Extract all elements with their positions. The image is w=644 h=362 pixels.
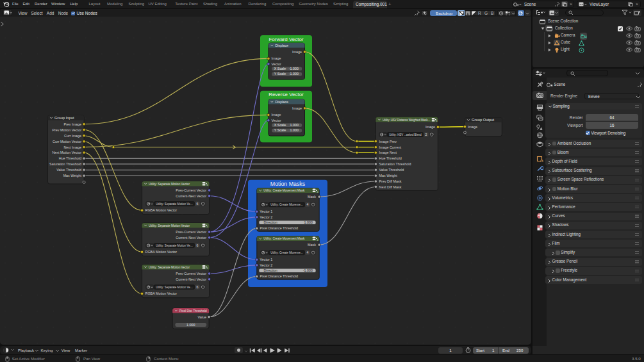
- svg-text:Utility: Separate Motion Vecto: Utility: Separate Motion Vector: [149, 182, 190, 186]
- svg-text:Current-Next Vector: Current-Next Vector: [176, 194, 206, 198]
- svg-text:Vector 2: Vector 2: [260, 263, 273, 267]
- svg-text:Curr Image: Curr Image: [64, 134, 81, 138]
- svg-text:Utility: Create Movement Mask: Utility: Create Movement Mask: [263, 236, 304, 240]
- svg-text:Reverse Vector: Reverse Vector: [268, 92, 304, 97]
- svg-text:X Scale: X Scale: [274, 123, 286, 127]
- svg-text:Image Next: Image Next: [379, 151, 397, 154]
- svg-text:Vector 2: Vector 2: [260, 215, 273, 219]
- svg-text:Utility: Create Moveme...: Utility: Create Moveme...: [270, 251, 303, 254]
- svg-text:Next Image: Next Image: [63, 145, 81, 149]
- svg-text:Max Weight: Max Weight: [63, 174, 82, 177]
- svg-text:Image: Image: [468, 125, 477, 129]
- svg-text:Image: Image: [272, 113, 281, 117]
- svg-text:Direction: Direction: [264, 220, 277, 224]
- svg-text:Motion Masks: Motion Masks: [270, 181, 306, 187]
- svg-text:Value Threshold: Value Threshold: [56, 168, 81, 172]
- svg-text:Next Motion Vector: Next Motion Vector: [52, 151, 81, 154]
- svg-text:Displace: Displace: [275, 100, 288, 104]
- svg-text:Prev Image: Prev Image: [63, 122, 81, 126]
- svg-text:Y Scale: Y Scale: [274, 72, 286, 76]
- svg-text:Vector: Vector: [272, 119, 281, 122]
- svg-text:4: 4: [206, 267, 208, 270]
- svg-text:Hue Threshold: Hue Threshold: [59, 156, 81, 160]
- svg-text:Vector 1: Vector 1: [260, 210, 273, 213]
- svg-text:Value: Value: [198, 315, 206, 319]
- svg-text:Image: Image: [425, 125, 435, 129]
- svg-text:Current-Next Vector: Current-Next Vector: [176, 236, 206, 240]
- svg-text:Value Threshold: Value Threshold: [379, 168, 404, 172]
- svg-text:Direction: Direction: [264, 268, 277, 272]
- svg-text:Image Current: Image Current: [379, 145, 402, 149]
- svg-text:4: 4: [317, 191, 318, 193]
- svg-text:Utility: Separate Motion Ve...: Utility: Separate Motion Ve...: [156, 285, 193, 289]
- svg-text:Saturation Threshold: Saturation Threshold: [49, 162, 81, 166]
- svg-text:RGBA Motion Vector: RGBA Motion Vector: [145, 208, 178, 212]
- svg-text:Prev-Current Vector: Prev-Current Vector: [176, 188, 206, 192]
- svg-text:Prev-Current Vector: Prev-Current Vector: [176, 272, 206, 276]
- svg-text:Mask: Mask: [308, 195, 316, 199]
- svg-text:-1.000: -1.000: [289, 67, 299, 70]
- svg-text:1.000: 1.000: [290, 123, 299, 127]
- svg-text:Forward Vector: Forward Vector: [268, 37, 304, 42]
- svg-text:Utility: HSV ...asked Blend: Utility: HSV ...asked Blend: [389, 133, 422, 136]
- svg-text:Utility: HSV Distance Weighted: Utility: HSV Distance Weighted Mask...: [383, 118, 430, 122]
- svg-text:Vector: Vector: [272, 62, 281, 66]
- svg-text:Prev Motion Vector: Prev Motion Vector: [52, 128, 81, 132]
- svg-text:Image Prev: Image Prev: [379, 140, 397, 144]
- svg-text:Utility: Separate Motion Vecto: Utility: Separate Motion Vector: [149, 224, 190, 227]
- svg-text:Prev Diff Mask: Prev Diff Mask: [379, 179, 402, 183]
- svg-text:4: 4: [317, 239, 318, 242]
- svg-text:Hue Threshold: Hue Threshold: [379, 156, 402, 160]
- svg-text:Image: Image: [272, 56, 281, 60]
- svg-text:Prev-Current Vector: Prev-Current Vector: [176, 230, 206, 234]
- svg-text:Curr Motion Vector: Curr Motion Vector: [53, 140, 81, 144]
- svg-text:1.000: 1.000: [186, 323, 195, 327]
- svg-text:Utility: Separate Motion Ve...: Utility: Separate Motion Ve...: [156, 202, 193, 206]
- svg-text:Utility: Separate Motion Ve...: Utility: Separate Motion Ve...: [156, 243, 193, 247]
- svg-text:Displace: Displace: [275, 44, 288, 47]
- svg-text:Image: Image: [292, 106, 302, 110]
- svg-text:1.000: 1.000: [290, 128, 299, 132]
- svg-text:4: 4: [206, 184, 208, 186]
- svg-text:X Scale: X Scale: [274, 67, 286, 70]
- svg-text:Pixel Distance Threshold: Pixel Distance Threshold: [260, 274, 299, 278]
- svg-text:Vector 1: Vector 1: [260, 258, 273, 261]
- svg-text:Mask: Mask: [308, 243, 316, 247]
- svg-text:Y Scale: Y Scale: [274, 128, 286, 132]
- svg-text:Saturation Threshold: Saturation Threshold: [379, 162, 411, 166]
- svg-text:4: 4: [436, 120, 437, 122]
- svg-text:Pixel Distance Threshold: Pixel Distance Threshold: [260, 226, 299, 230]
- svg-text:1.000: 1.000: [304, 220, 313, 224]
- svg-text:Image: Image: [292, 50, 302, 54]
- svg-text:Current-Next Vector: Current-Next Vector: [176, 277, 206, 281]
- svg-text:Max Weight: Max Weight: [379, 174, 398, 177]
- svg-text:4: 4: [306, 202, 308, 206]
- svg-text:4: 4: [306, 251, 308, 254]
- svg-text:RGBA Motion Vector: RGBA Motion Vector: [145, 292, 178, 295]
- svg-text:6: 6: [196, 243, 198, 247]
- svg-text:RGBA Motion Vector: RGBA Motion Vector: [145, 250, 178, 254]
- svg-text:Utility: Separate Motion Vecto: Utility: Separate Motion Vector: [149, 265, 190, 269]
- svg-text:Group Input: Group Input: [54, 116, 74, 120]
- svg-text:-1.000: -1.000: [303, 268, 313, 272]
- svg-text:Utility: Create Moveme...: Utility: Create Moveme...: [270, 202, 303, 206]
- svg-text:Pixel Dist Threshold: Pixel Dist Threshold: [179, 309, 207, 313]
- svg-text:2: 2: [425, 133, 427, 136]
- svg-text:Utility: Create Movement Mask: Utility: Create Movement Mask: [263, 188, 304, 192]
- svg-text:6: 6: [196, 202, 198, 206]
- svg-text:6: 6: [196, 285, 198, 289]
- svg-text:4: 4: [206, 226, 208, 228]
- svg-text:Next Diff Mask: Next Diff Mask: [379, 185, 402, 189]
- svg-text:-1.000: -1.000: [289, 72, 299, 76]
- svg-text:Group Output: Group Output: [472, 118, 495, 122]
